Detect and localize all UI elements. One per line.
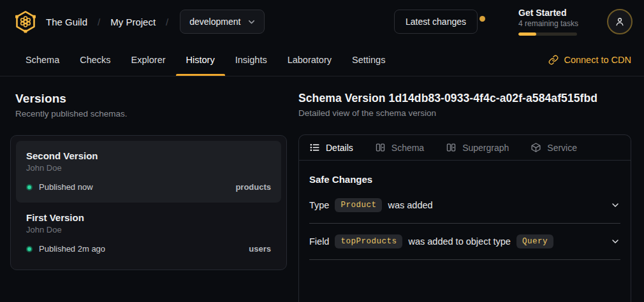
- get-started-progressbar: [518, 32, 577, 36]
- chevron-down-icon[interactable]: [610, 200, 620, 210]
- versions-title: Versions: [15, 92, 287, 106]
- tab-checks[interactable]: Checks: [70, 43, 121, 76]
- main-nav: SchemaChecksExplorerHistoryInsightsLabor…: [0, 43, 644, 76]
- published-status-dot: [26, 184, 33, 191]
- detail-tab-service[interactable]: Service: [531, 142, 577, 153]
- safe-changes-title: Safe Changes: [309, 174, 620, 185]
- breadcrumb-separator: /: [98, 17, 100, 27]
- latest-changes-button[interactable]: Latest changes: [394, 10, 478, 34]
- versions-subtitle: Recently published schemas.: [15, 109, 287, 119]
- app-header: The Guild / My Project / development Lat…: [0, 0, 644, 43]
- breadcrumb-project[interactable]: My Project: [110, 17, 156, 27]
- connect-to-cdn-label: Connect to CDN: [564, 55, 631, 65]
- breadcrumb-org[interactable]: The Guild: [46, 17, 87, 27]
- detail-tab-details[interactable]: Details: [309, 142, 353, 153]
- notification-dot: [479, 16, 485, 22]
- service-name: users: [249, 244, 271, 254]
- list-icon: [309, 142, 320, 153]
- progress-fill: [518, 32, 536, 36]
- header-actions: Latest changes Get Started 4 remaining t…: [394, 8, 633, 36]
- change-text: Type: [309, 200, 329, 210]
- code-badge: Query: [516, 234, 553, 248]
- detail-tab-schema[interactable]: Schema: [375, 142, 424, 153]
- version-list: Second VersionJohn DoePublished nowprodu…: [16, 141, 281, 264]
- detail-tab-label: Supergraph: [462, 143, 509, 153]
- detail-content: Safe Changes TypeProductwas addedFieldto…: [299, 161, 631, 260]
- version-name: Second Version: [26, 150, 271, 161]
- tab-laboratory[interactable]: Laboratory: [277, 43, 342, 76]
- tab-insights[interactable]: Insights: [225, 43, 277, 76]
- panels-icon: [375, 142, 386, 153]
- published-label: Published now: [39, 182, 93, 192]
- version-detail-title: Schema Version 1d14db83-0933-4f4c-a02f-a…: [298, 92, 631, 105]
- panels-icon: [446, 142, 457, 153]
- detail-tab-label: Schema: [392, 143, 424, 153]
- change-text: was added to object type: [408, 236, 510, 247]
- version-list-item[interactable]: Second VersionJohn DoePublished nowprodu…: [16, 141, 281, 203]
- person-icon: [614, 16, 626, 27]
- published-label: Published 2m ago: [39, 244, 105, 254]
- get-started-title: Get Started: [518, 8, 579, 18]
- get-started-subtitle: 4 remaining tasks: [518, 19, 579, 28]
- link-icon: [548, 55, 559, 65]
- breadcrumb-separator: /: [166, 17, 168, 27]
- hive-logo-icon: [14, 10, 37, 33]
- service-name: products: [235, 182, 271, 192]
- version-detail-panel: DetailsSchemaSupergraphService Safe Chan…: [298, 134, 631, 302]
- code-badge: Product: [335, 198, 382, 212]
- published-status-dot: [26, 246, 33, 252]
- tab-schema[interactable]: Schema: [15, 43, 70, 76]
- detail-tab-label: Service: [547, 143, 577, 153]
- change-row[interactable]: TypeProductwas added: [309, 187, 620, 224]
- code-badge: topProducts: [335, 234, 402, 248]
- cube-icon: [531, 142, 541, 153]
- version-author: John Doe: [26, 225, 271, 234]
- versions-section: Versions Recently published schemas. Sec…: [10, 92, 287, 302]
- detail-tab-supergraph[interactable]: Supergraph: [446, 142, 509, 153]
- nav-tabs: SchemaChecksExplorerHistoryInsightsLabor…: [15, 43, 395, 76]
- tab-explorer[interactable]: Explorer: [121, 43, 176, 76]
- chevron-down-icon: [247, 17, 256, 27]
- version-author: John Doe: [26, 163, 271, 173]
- environment-select[interactable]: development: [180, 10, 265, 34]
- version-meta: Published 2m agousers: [26, 244, 271, 254]
- version-detail-section: Schema Version 1d14db83-0933-4f4c-a02f-a…: [298, 92, 631, 302]
- change-list: TypeProductwas addedFieldtopProductswas …: [309, 187, 620, 260]
- connect-to-cdn-link[interactable]: Connect to CDN: [548, 43, 631, 76]
- change-row[interactable]: FieldtopProductswas added to object type…: [309, 224, 620, 260]
- environment-select-value: development: [189, 17, 240, 27]
- main-content: Versions Recently published schemas. Sec…: [0, 76, 644, 302]
- version-meta: Published nowproducts: [26, 182, 271, 192]
- versions-card: Second VersionJohn DoePublished nowprodu…: [10, 135, 287, 270]
- tab-settings[interactable]: Settings: [342, 43, 395, 76]
- breadcrumb: The Guild / My Project / development: [14, 10, 265, 34]
- user-avatar-button[interactable]: [607, 9, 633, 34]
- change-text: was added: [388, 200, 432, 210]
- app-window: The Guild / My Project / development Lat…: [0, 0, 644, 302]
- detail-tab-label: Details: [326, 143, 353, 153]
- version-name: First Version: [26, 212, 271, 223]
- tab-history[interactable]: History: [176, 43, 225, 76]
- version-list-item[interactable]: First VersionJohn DoePublished 2m agouse…: [16, 203, 281, 264]
- version-detail-subtitle: Detailed view of the schema version: [298, 108, 631, 118]
- change-text: Field: [309, 236, 329, 247]
- chevron-down-icon[interactable]: [610, 236, 620, 247]
- detail-tabbar: DetailsSchemaSupergraphService: [299, 135, 631, 161]
- get-started-widget[interactable]: Get Started 4 remaining tasks: [518, 8, 579, 36]
